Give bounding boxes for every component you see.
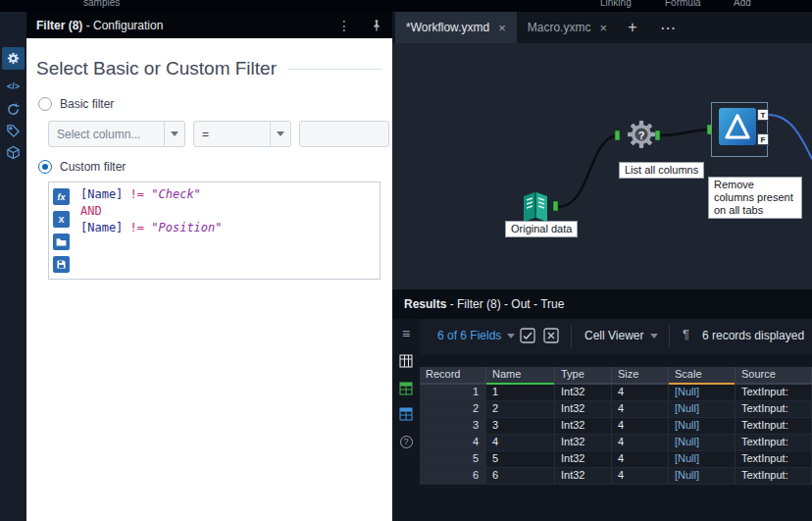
- table-cell[interactable]: [Null]: [669, 401, 736, 418]
- results-title: Results - Filter (8) - Out - True: [404, 297, 564, 311]
- column-header-type[interactable]: Type: [555, 367, 612, 385]
- table-cell[interactable]: 4: [612, 385, 669, 401]
- column-header-name[interactable]: Name: [486, 367, 555, 385]
- column-header-record[interactable]: Record: [420, 367, 486, 385]
- table-cell[interactable]: 3: [486, 418, 555, 435]
- chevron-down-icon[interactable]: [271, 131, 290, 136]
- table-cell[interactable]: TextInput:: [736, 451, 812, 468]
- chevron-down-icon[interactable]: [165, 131, 184, 136]
- help-icon[interactable]: ?: [399, 435, 413, 448]
- refresh-icon[interactable]: [2, 98, 25, 121]
- columns-icon[interactable]: X: [53, 211, 70, 228]
- table-cell[interactable]: 4: [612, 451, 669, 468]
- data-quality-bar: [736, 383, 811, 385]
- tab-workflow[interactable]: *Workflow.yxmd ×: [395, 12, 517, 43]
- new-tab-button[interactable]: +: [618, 12, 647, 43]
- radio-selected-icon[interactable]: [38, 160, 52, 174]
- table-cell[interactable]: 4: [612, 401, 669, 418]
- table-cell[interactable]: 1: [486, 385, 555, 401]
- whitespace-toggle-icon[interactable]: ¶: [683, 327, 689, 341]
- metadata-view-icon[interactable]: [399, 407, 413, 421]
- table-row[interactable]: 66Int324[Null]TextInput:: [420, 468, 812, 485]
- table-cell[interactable]: 5: [420, 451, 486, 468]
- table-cell[interactable]: TextInput:: [736, 385, 812, 401]
- radio-icon[interactable]: [38, 97, 52, 111]
- table-cell[interactable]: Int32: [555, 468, 612, 485]
- pin-icon[interactable]: [371, 20, 382, 31]
- fields-dropdown[interactable]: 6 of 6 Fields: [437, 329, 515, 342]
- data-quality-bar: [669, 383, 735, 385]
- table-cell[interactable]: TextInput:: [736, 435, 812, 451]
- expression-code[interactable]: [Name] != "Check"AND[Name] != "Position": [74, 182, 380, 279]
- output-anchor-true[interactable]: T: [757, 109, 769, 121]
- output-anchor-false[interactable]: F: [757, 133, 769, 145]
- table-cell[interactable]: 4: [486, 435, 555, 451]
- table-cell[interactable]: Int32: [555, 451, 612, 468]
- column-header-source[interactable]: Source: [736, 367, 812, 385]
- column-dropdown[interactable]: Select column...: [48, 121, 185, 147]
- filter-value-input[interactable]: [299, 121, 389, 147]
- table-cell[interactable]: TextInput:: [736, 418, 812, 435]
- close-icon[interactable]: ×: [498, 21, 506, 35]
- table-row[interactable]: 44Int324[Null]TextInput:: [420, 435, 812, 451]
- operator-dropdown[interactable]: =: [193, 121, 291, 147]
- table-cell[interactable]: 5: [486, 451, 555, 468]
- code-icon[interactable]: </>: [2, 75, 25, 97]
- table-header-row: RecordNameTypeSizeScaleSource: [420, 367, 812, 385]
- menu-icon[interactable]: ≡: [399, 327, 413, 340]
- node-list-columns[interactable]: ?: [625, 118, 658, 151]
- node-label[interactable]: Original data: [505, 221, 578, 237]
- table-cell[interactable]: Int32: [555, 385, 612, 401]
- saved-expressions-icon[interactable]: [53, 234, 70, 250]
- node-label[interactable]: Remove columns present on all tabs: [708, 177, 802, 219]
- table-cell[interactable]: 6: [486, 468, 555, 485]
- tab-macro[interactable]: Macro.yxmc ×: [517, 12, 618, 43]
- table-row[interactable]: 22Int324[Null]TextInput:: [420, 401, 812, 418]
- cell-viewer-dropdown[interactable]: Cell Viewer: [584, 329, 658, 342]
- table-cell[interactable]: 6: [420, 468, 486, 485]
- table-cell[interactable]: Int32: [555, 418, 612, 435]
- functions-icon[interactable]: fx: [53, 188, 70, 205]
- workflow-canvas[interactable]: Original data ? List all columns T F Rem…: [392, 43, 812, 289]
- table-cell[interactable]: 2: [420, 401, 486, 418]
- node-macro[interactable]: [719, 108, 756, 145]
- node-label[interactable]: List all columns: [619, 162, 704, 179]
- more-tabs-button[interactable]: ⋯: [653, 12, 683, 43]
- table-row[interactable]: 11Int324[Null]TextInput:: [420, 385, 812, 401]
- table-cell[interactable]: 4: [612, 468, 669, 485]
- select-all-fields-icon[interactable]: [520, 328, 536, 344]
- save-expression-icon[interactable]: [53, 256, 70, 273]
- table-cell[interactable]: 4: [612, 418, 669, 435]
- custom-filter-radio[interactable]: Custom filter: [38, 160, 126, 174]
- settings-icon[interactable]: [2, 47, 25, 70]
- table-cell[interactable]: [Null]: [669, 435, 736, 451]
- table-cell[interactable]: 4: [420, 435, 486, 451]
- basic-filter-radio[interactable]: Basic filter: [38, 97, 114, 111]
- table-cell[interactable]: [Null]: [669, 385, 736, 401]
- table-row[interactable]: 33Int324[Null]TextInput:: [420, 418, 812, 435]
- kebab-menu-icon[interactable]: ⋮: [337, 18, 351, 33]
- table-cell[interactable]: 4: [612, 435, 669, 451]
- close-icon[interactable]: ×: [599, 21, 607, 35]
- tag-icon[interactable]: [2, 120, 25, 142]
- table-cell[interactable]: [Null]: [669, 451, 736, 468]
- table-cell[interactable]: 2: [486, 401, 555, 418]
- table-cell[interactable]: [Null]: [669, 418, 736, 435]
- table-row[interactable]: 55Int324[Null]TextInput:: [420, 451, 812, 468]
- package-icon[interactable]: [2, 141, 25, 164]
- table-cell[interactable]: 3: [420, 418, 486, 435]
- table-cell[interactable]: TextInput:: [736, 401, 812, 418]
- deselect-all-fields-icon[interactable]: [543, 328, 560, 344]
- expression-editor[interactable]: fx X [Name] != "Check"AND[Name] != "Posi…: [48, 182, 381, 280]
- results-table: RecordNameTypeSizeScaleSource11Int324[Nu…: [420, 367, 812, 485]
- table-view-icon[interactable]: [399, 354, 413, 368]
- table-cell[interactable]: 1: [420, 385, 486, 401]
- data-view-icon[interactable]: [399, 382, 413, 395]
- node-original-data[interactable]: [517, 189, 554, 225]
- table-cell[interactable]: TextInput:: [736, 468, 812, 485]
- table-cell[interactable]: [Null]: [669, 468, 736, 485]
- column-header-scale[interactable]: Scale: [669, 367, 736, 385]
- table-cell[interactable]: Int32: [555, 435, 612, 451]
- column-header-size[interactable]: Size: [612, 367, 669, 385]
- table-cell[interactable]: Int32: [555, 401, 612, 418]
